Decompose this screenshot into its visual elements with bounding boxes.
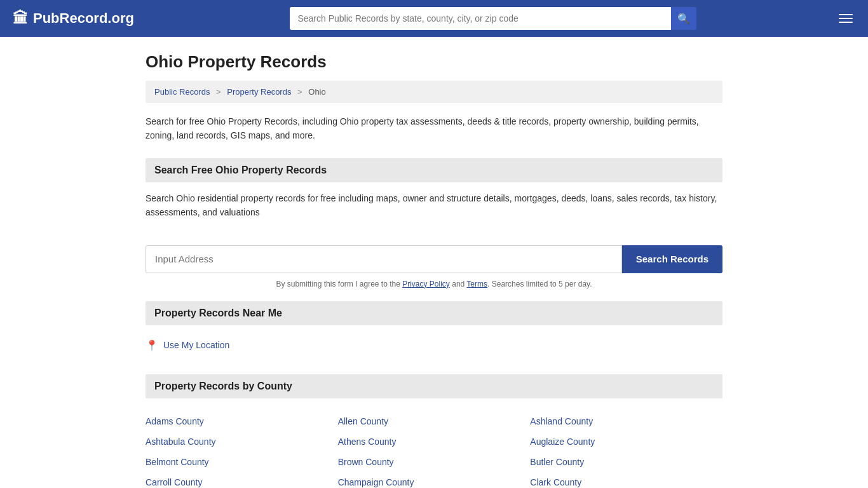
near-me-section: Property Records Near Me 📍 Use My Locati… (146, 301, 722, 356)
menu-line-2 (839, 18, 853, 19)
form-disclaimer: By submitting this form I agree to the P… (146, 280, 722, 288)
county-link[interactable]: Athens County (338, 433, 531, 451)
breadcrumb-current: Ohio (308, 87, 325, 97)
county-link[interactable]: Adams County (146, 412, 338, 430)
search-section: Search Free Ohio Property Records Search… (146, 158, 722, 288)
terms-link[interactable]: Terms (466, 280, 487, 288)
logo-text: PubRecord.org (33, 10, 134, 27)
county-link[interactable]: Butler County (530, 453, 722, 471)
search-icon: 🔍 (677, 13, 690, 25)
site-header: 🏛 PubRecord.org 🔍 (0, 0, 868, 37)
header-search-area: 🔍 (290, 7, 696, 30)
header-search-button[interactable]: 🔍 (671, 7, 696, 30)
county-link[interactable]: Belmont County (146, 453, 338, 471)
breadcrumb-sep-2: > (297, 87, 302, 97)
main-content: Ohio Property Records Public Records > P… (135, 37, 733, 488)
address-input[interactable] (146, 245, 622, 273)
disclaimer-end: . Searches limited to 5 per day. (487, 280, 592, 288)
page-description: Search for free Ohio Property Records, i… (146, 114, 722, 143)
county-link[interactable]: Carroll County (146, 473, 338, 488)
menu-line-3 (839, 22, 853, 23)
county-link[interactable]: Brown County (338, 453, 531, 471)
county-link[interactable]: Ashland County (530, 412, 722, 430)
disclaimer-text: By submitting this form I agree to the (276, 280, 402, 288)
county-link[interactable]: Clark County (530, 473, 722, 488)
county-grid: Adams CountyAllen CountyAshland CountyAs… (146, 407, 722, 488)
breadcrumb-public-records[interactable]: Public Records (154, 87, 210, 97)
location-pin-icon: 📍 (146, 339, 158, 351)
search-form: Search Records (146, 245, 722, 273)
header-search-input[interactable] (290, 7, 671, 30)
search-section-header: Search Free Ohio Property Records (146, 158, 722, 182)
use-my-location-link[interactable]: 📍 Use My Location (146, 334, 722, 356)
privacy-policy-link[interactable]: Privacy Policy (402, 280, 450, 288)
site-logo[interactable]: 🏛 PubRecord.org (13, 10, 134, 27)
search-section-description: Search Ohio residential property records… (146, 191, 722, 220)
county-section-header: Property Records by County (146, 374, 722, 398)
breadcrumb: Public Records > Property Records > Ohio (146, 81, 722, 103)
county-section: Property Records by County Adams CountyA… (146, 374, 722, 488)
and-text: and (450, 280, 466, 288)
county-link[interactable]: Champaign County (338, 473, 531, 488)
breadcrumb-sep-1: > (216, 87, 221, 97)
county-link[interactable]: Auglaize County (530, 433, 722, 451)
near-me-section-header: Property Records Near Me (146, 301, 722, 325)
page-title: Ohio Property Records (146, 52, 722, 72)
hamburger-menu-button[interactable] (836, 9, 855, 28)
menu-line-1 (839, 14, 853, 15)
logo-icon: 🏛 (13, 10, 28, 27)
county-link[interactable]: Allen County (338, 412, 531, 430)
breadcrumb-property-records[interactable]: Property Records (227, 87, 291, 97)
use-location-label: Use My Location (163, 340, 229, 350)
county-link[interactable]: Ashtabula County (146, 433, 338, 451)
search-records-button[interactable]: Search Records (622, 245, 722, 273)
